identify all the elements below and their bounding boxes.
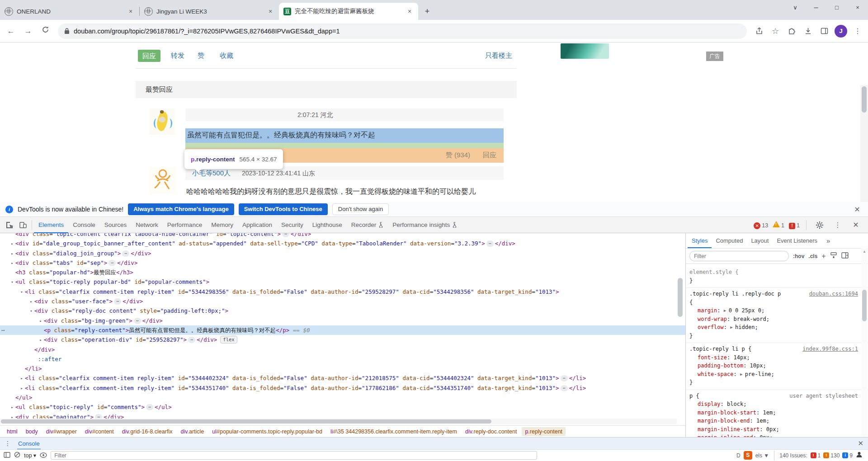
css-property[interactable]: margin-block-end: 1em;: [689, 417, 864, 425]
toggle-element-state-button[interactable]: :hov: [793, 253, 804, 259]
expand-arrow-icon[interactable]: ▶: [724, 308, 729, 313]
tab-like[interactable]: 赞: [198, 52, 204, 60]
breadcrumb-item[interactable]: div.reply-doc.content: [462, 427, 520, 436]
stylesheet-link[interactable]: user agent stylesheet: [789, 392, 858, 400]
live-expression-button[interactable]: [40, 452, 47, 460]
flex-badge[interactable]: flex: [220, 336, 237, 343]
expand-ellipsis-badge[interactable]: ⋯: [561, 375, 568, 381]
console-drawer-tab[interactable]: Console: [17, 437, 41, 450]
issue-count[interactable]: !1: [811, 452, 821, 459]
issue-count[interactable]: !130: [823, 452, 840, 459]
dom-tree-node[interactable]: ⋯<p class="reply-content">虽然可能有点冒犯但是。。经典…: [0, 325, 685, 335]
drawer-menu-icon[interactable]: ⋮: [5, 440, 11, 447]
forward-button[interactable]: →: [21, 24, 35, 38]
dom-tree-node[interactable]: ::after: [0, 354, 685, 364]
expand-ellipsis-badge[interactable]: ⋯: [122, 250, 129, 257]
expand-ellipsis-badge[interactable]: ⋯: [134, 318, 141, 324]
stylesheet-link[interactable]: douban.css:1694: [809, 290, 858, 298]
page-scrollbar[interactable]: [860, 85, 868, 202]
breadcrumb-item[interactable]: li#\35 344298356.clearfix.comment-item.r…: [327, 427, 460, 436]
expand-arrow-icon[interactable]: ▶: [730, 325, 735, 329]
browser-tab[interactable]: 豆完全不能吃辣的避雷麻酱板烧×: [279, 3, 418, 20]
css-rule[interactable]: user agent stylesheetp {display: block;m…: [686, 390, 868, 437]
devtools-tab-memory[interactable]: Memory: [207, 217, 238, 233]
new-tab-button[interactable]: +: [421, 5, 434, 18]
expand-ellipsis-badge[interactable]: ⋯: [282, 233, 289, 237]
expand-arrow-icon[interactable]: ▶: [740, 372, 745, 376]
dom-tree-node[interactable]: ▾<ul class="topic-reply popular-bd" id="…: [0, 277, 685, 287]
bookmark-star-button[interactable]: ☆: [769, 24, 782, 38]
back-button[interactable]: ←: [4, 24, 18, 38]
user-extension-icon[interactable]: [856, 451, 863, 460]
issues-badge[interactable]: !1: [789, 221, 800, 229]
browser-menu-button[interactable]: ⋮: [851, 24, 864, 38]
expand-arrow-icon[interactable]: ▸: [28, 297, 34, 306]
tab-close-icon[interactable]: ×: [266, 7, 274, 15]
expand-ellipsis-badge[interactable]: ⋯: [146, 404, 153, 410]
issue-count[interactable]: i9: [842, 452, 853, 459]
devtools-menu-button[interactable]: ⋮: [831, 219, 844, 231]
expand-arrow-icon[interactable]: ▸: [9, 239, 15, 249]
dom-tree-node[interactable]: </div>: [0, 345, 685, 354]
devtools-tab-performance-insights[interactable]: Performance insights: [388, 217, 462, 233]
element-classes-button[interactable]: .cls: [808, 253, 817, 259]
devtools-tab-recorder[interactable]: Recorder: [347, 217, 388, 233]
css-property[interactable]: margin-inline-end: 0px;: [689, 433, 864, 437]
dom-tree-node[interactable]: ▸<div class="dialog_join_group">⋯</div>: [0, 249, 685, 258]
default-levels-partial[interactable]: D: [736, 452, 741, 459]
url-bar[interactable]: douban.com/group/topic/296187861/?_i=827…: [58, 24, 747, 39]
close-window-button[interactable]: ×: [847, 0, 868, 15]
browser-tab[interactable]: Jingyan Li WEEK3×: [140, 3, 279, 20]
breadcrumb-item[interactable]: div.grid-16-8.clearfix: [119, 427, 176, 436]
node-more-actions-icon[interactable]: ⋯: [1, 325, 5, 335]
tab-reply[interactable]: 回应: [138, 50, 160, 62]
maximize-button[interactable]: □: [826, 0, 847, 15]
share-button[interactable]: [752, 24, 766, 38]
comment1-reply-link[interactable]: 回应: [483, 151, 496, 160]
only-op-link[interactable]: 只看楼主: [485, 52, 512, 60]
elements-horizontal-scrollbar[interactable]: [0, 419, 677, 424]
dom-tree-node[interactable]: </ul>: [0, 393, 685, 402]
devtools-tab-security[interactable]: Security: [277, 217, 308, 233]
comment1-like-link[interactable]: 赞 (934): [446, 151, 470, 160]
css-property[interactable]: word-wrap: break-word;: [689, 315, 864, 324]
breadcrumb-item[interactable]: div#wrapper: [43, 427, 80, 436]
more-tabs-icon[interactable]: »: [822, 233, 834, 248]
styles-scrollbar-thumb[interactable]: [862, 290, 867, 321]
dom-tree-node[interactable]: ▸<li class="clearfix comment-item reply-…: [0, 383, 685, 393]
console-errors-badge[interactable]: ✕13: [754, 221, 768, 229]
inspect-element-button[interactable]: [3, 219, 16, 231]
dom-tree-node[interactable]: ▾<li class="clearfix comment-item reply-…: [0, 287, 685, 296]
dom-tree-node[interactable]: <div class="topic-content clearfix taboo…: [0, 233, 685, 239]
tab-close-icon[interactable]: ×: [127, 7, 135, 15]
devtools-tab-sources[interactable]: Sources: [100, 217, 132, 233]
side-panel-button[interactable]: [817, 24, 831, 38]
dom-tree-node[interactable]: ▸<div class="tabs" id="sep">⋯</div>: [0, 258, 685, 268]
breadcrumb-item[interactable]: body: [23, 427, 41, 436]
css-property[interactable]: white-space: ▶ pre-line;: [689, 370, 864, 379]
expand-arrow-icon[interactable]: ▸: [19, 374, 25, 383]
styles-tab-computed[interactable]: Computed: [712, 233, 747, 248]
new-style-rule-button[interactable]: +: [821, 252, 826, 260]
dom-tree-node[interactable]: ▸<li class="clearfix comment-item reply-…: [0, 373, 685, 383]
css-property[interactable]: overflow: ▶ hidden;: [689, 323, 864, 332]
expand-arrow-icon[interactable]: ▸: [9, 249, 15, 259]
minimize-button[interactable]: ─: [806, 0, 826, 15]
computed-panel-toggle-button[interactable]: [841, 252, 849, 260]
console-warnings-badge[interactable]: 1: [773, 221, 784, 229]
css-rule[interactable]: index.99f8e.css:1.topic-reply li p {font…: [686, 343, 868, 390]
switch-devtools-chinese-button[interactable]: Switch DevTools to Chinese: [239, 203, 328, 215]
frame-context-selector[interactable]: top ▾: [24, 452, 36, 459]
devtools-settings-button[interactable]: [813, 219, 826, 231]
breadcrumb-item[interactable]: div#content: [82, 427, 117, 436]
dom-tree-node[interactable]: ▸<div class="user-face">⋯</div>: [0, 296, 685, 306]
css-property[interactable]: margin-inline-start: 0px;: [689, 425, 864, 434]
extensions-button[interactable]: [785, 24, 798, 38]
styles-tab-event-listeners[interactable]: Event Listeners: [773, 233, 821, 248]
dom-tree-node[interactable]: ▸<div id="dale_group_topic_banner_after_…: [0, 239, 685, 248]
expand-ellipsis-badge[interactable]: ⋯: [561, 385, 568, 391]
downloads-button[interactable]: [801, 24, 815, 38]
expand-arrow-icon[interactable]: ▸: [38, 335, 44, 345]
stylesheet-link[interactable]: index.99f8e.css:1: [802, 345, 858, 353]
dom-tree-node[interactable]: ▸<div class="bg-img-green">⋯</div>: [0, 316, 685, 325]
